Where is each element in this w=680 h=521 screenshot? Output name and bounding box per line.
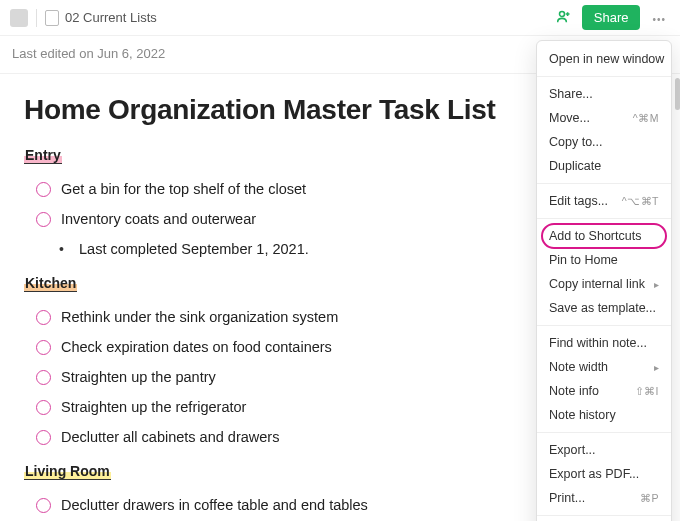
menu-item-label: Note history	[549, 408, 659, 422]
menu-shortcut: ⇧⌘I	[635, 385, 659, 397]
scrollbar-thumb[interactable]	[675, 78, 680, 110]
menu-item-edit-tags[interactable]: Edit tags...^⌥⌘T	[537, 189, 671, 213]
section-heading[interactable]: Kitchen	[24, 275, 77, 292]
menu-item-open-in-new-window[interactable]: Open in new window	[537, 47, 671, 71]
menu-item-label: Note width	[549, 360, 650, 374]
menu-item-label: Find within note...	[549, 336, 659, 350]
menu-item-label: Export...	[549, 443, 659, 457]
menu-item-duplicate[interactable]: Duplicate	[537, 154, 671, 178]
bullet-icon	[54, 241, 69, 257]
task-text[interactable]: Check expiration dates on food container…	[61, 339, 611, 355]
menu-item-label: Save as template...	[549, 301, 659, 315]
task-checkbox[interactable]	[36, 400, 51, 415]
svg-point-0	[559, 11, 564, 16]
task-checkbox[interactable]	[36, 182, 51, 197]
task-text[interactable]: Declutter all cabinets and drawers	[61, 429, 556, 445]
menu-divider	[537, 325, 671, 326]
task-checkbox[interactable]	[36, 370, 51, 385]
section-heading[interactable]: Living Room	[24, 463, 111, 480]
menu-item-move[interactable]: Move...^⌘M	[537, 106, 671, 130]
menu-item-export[interactable]: Export...	[537, 438, 671, 462]
menu-shortcut: ^⌥⌘T	[622, 195, 659, 207]
menu-item-label: Duplicate	[549, 159, 659, 173]
menu-divider	[537, 76, 671, 77]
menu-item-label: Note info	[549, 384, 635, 398]
section-heading[interactable]: Entry	[24, 147, 62, 164]
menu-item-label: Add to Shortcuts	[549, 229, 659, 243]
task-checkbox[interactable]	[36, 430, 51, 445]
chevron-right-icon: ▸	[654, 279, 659, 290]
menu-item-share[interactable]: Share...	[537, 82, 671, 106]
menu-item-copy-to[interactable]: Copy to...	[537, 130, 671, 154]
notebook-icon[interactable]	[10, 9, 28, 27]
menu-item-label: Pin to Home	[549, 253, 659, 267]
top-bar: 02 Current Lists Share	[0, 0, 680, 36]
menu-divider	[537, 183, 671, 184]
menu-divider	[537, 515, 671, 516]
menu-item-label: Copy to...	[549, 135, 659, 149]
menu-item-label: Edit tags...	[549, 194, 622, 208]
divider	[36, 9, 37, 27]
task-checkbox[interactable]	[36, 498, 51, 513]
menu-item-label: Export as PDF...	[549, 467, 659, 481]
menu-item-note-history[interactable]: Note history	[537, 403, 671, 427]
collaborators-icon[interactable]	[557, 10, 572, 26]
menu-item-print[interactable]: Print...⌘P	[537, 486, 671, 510]
task-checkbox[interactable]	[36, 340, 51, 355]
menu-item-pin-to-home[interactable]: Pin to Home	[537, 248, 671, 272]
menu-item-add-to-shortcuts[interactable]: Add to Shortcuts	[537, 224, 671, 248]
menu-item-export-as-pdf[interactable]: Export as PDF...	[537, 462, 671, 486]
task-text[interactable]: Straighten up the refrigerator	[61, 399, 596, 415]
menu-item-save-as-template[interactable]: Save as template...	[537, 296, 671, 320]
document-icon	[45, 10, 59, 26]
menu-item-note-info[interactable]: Note info⇧⌘I	[537, 379, 671, 403]
task-checkbox[interactable]	[36, 310, 51, 325]
task-text[interactable]: Straighten up the pantry	[61, 369, 596, 385]
more-menu-button[interactable]	[648, 9, 670, 27]
menu-item-label: Print...	[549, 491, 640, 505]
task-checkbox[interactable]	[36, 212, 51, 227]
breadcrumb[interactable]: 02 Current Lists	[65, 10, 157, 25]
menu-item-label: Open in new window	[549, 52, 664, 66]
menu-item-copy-internal-link[interactable]: Copy internal link▸	[537, 272, 671, 296]
menu-shortcut: ⌘P	[640, 492, 659, 504]
menu-item-note-width[interactable]: Note width▸	[537, 355, 671, 379]
menu-item-label: Move...	[549, 111, 633, 125]
menu-item-find-within-note[interactable]: Find within note...	[537, 331, 671, 355]
menu-divider	[537, 432, 671, 433]
share-button[interactable]: Share	[582, 5, 641, 30]
menu-divider	[537, 218, 671, 219]
chevron-right-icon: ▸	[654, 362, 659, 373]
menu-shortcut: ^⌘M	[633, 112, 659, 124]
menu-item-label: Copy internal link	[549, 277, 650, 291]
task-text[interactable]: Declutter drawers in coffee table and en…	[61, 497, 596, 513]
menu-item-label: Share...	[549, 87, 659, 101]
note-context-menu: Open in new windowShare...Move...^⌘MCopy…	[536, 40, 672, 521]
